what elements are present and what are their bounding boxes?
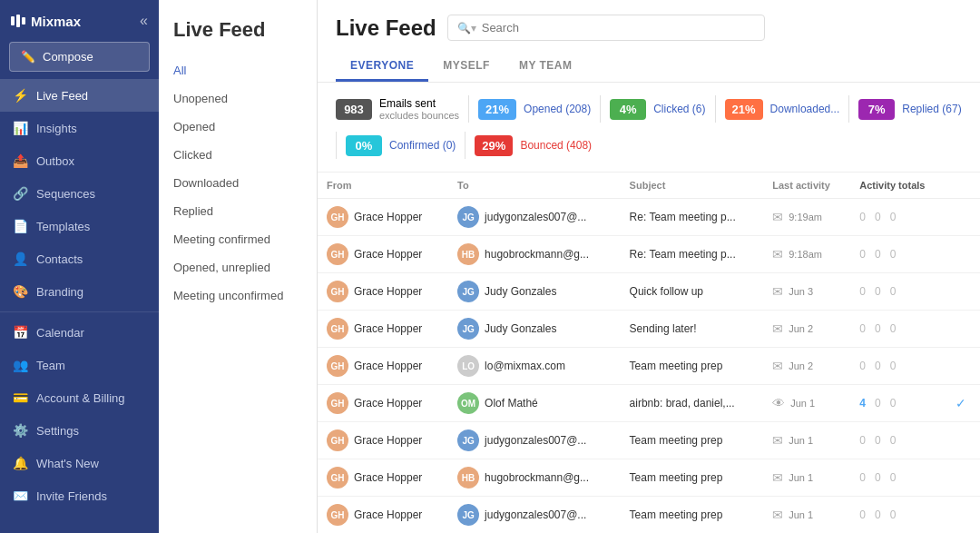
cell-activity-totals: 0 0 0 (850, 199, 946, 236)
table-row[interactable]: GH Grace Hopper LO lo@mixmax.com Team me… (318, 348, 980, 385)
stat-badge-downloaded: 21% (725, 99, 763, 120)
sidebar-logo[interactable]: Mixmax (11, 14, 81, 29)
tabs-row: EVERYONE MYSELF MY TEAM (336, 52, 962, 82)
col-subject: Subject (621, 173, 764, 199)
filter-item-downloaded[interactable]: Downloaded (159, 169, 317, 197)
sidebar-item-calendar[interactable]: 📅 Calendar (0, 316, 159, 349)
sidebar-item-label: Settings (36, 424, 79, 438)
sidebar-collapse-button[interactable]: « (140, 13, 148, 29)
avatar-to: LO (457, 355, 479, 377)
cell-last-activity: ✉ Jun 2 (763, 311, 850, 348)
cell-subject: Team meeting prep (621, 459, 764, 497)
avatar-from: GH (327, 318, 348, 340)
activity-icon: ✉ (772, 321, 783, 336)
activity-n1: 0 (859, 248, 866, 261)
activity-n3: 0 (890, 508, 897, 521)
activity-n3: 0 (890, 285, 897, 298)
filter-item-clicked[interactable]: Clicked (159, 141, 317, 169)
stat-emails-sent: 983 Emails sent excludes bounces (336, 95, 459, 123)
search-input[interactable] (482, 21, 755, 35)
sidebar-item-account-billing[interactable]: 💳 Account & Billing (0, 381, 159, 414)
sidebar-item-whats-new[interactable]: 🔔 What's New (0, 447, 159, 479)
col-extra (946, 173, 980, 199)
sidebar-item-insights[interactable]: 📊 Insights (0, 112, 159, 144)
activity-n3: 0 (890, 434, 897, 447)
filter-item-opened-unreplied[interactable]: Opened, unreplied (159, 253, 317, 281)
cell-from: GH Grace Hopper (318, 273, 448, 311)
stat-sub: excludes bounces (379, 110, 459, 121)
sidebar-item-live-feed[interactable]: ⚡ Live Feed (0, 79, 159, 112)
subject-text: Team meeting prep (630, 471, 723, 484)
sidebar-item-settings[interactable]: ⚙️ Settings (0, 414, 159, 447)
cell-activity-totals: 0 0 0 (850, 497, 946, 534)
outbox-icon: 📤 (13, 153, 27, 168)
activity-n2: 0 (875, 285, 881, 298)
from-name: Grace Hopper (354, 285, 422, 298)
sidebar-item-templates[interactable]: 📄 Templates (0, 210, 159, 242)
branding-icon: 🎨 (13, 284, 27, 299)
to-name: judygonzales007@... (485, 434, 586, 447)
activity-n1: 0 (859, 434, 866, 447)
sidebar-item-branding[interactable]: 🎨 Branding (0, 275, 159, 308)
stat-label-clicked: Clicked (6) (653, 103, 705, 115)
activity-icon: ✉ (772, 359, 783, 373)
to-name: hugobrockmann@g... (485, 471, 589, 484)
from-name: Grace Hopper (354, 360, 422, 372)
subject-text: airbnb: brad, daniel,... (630, 397, 735, 410)
sidebar-item-team[interactable]: 👥 Team (0, 349, 159, 381)
filter-item-unopened[interactable]: Unopened (159, 84, 317, 113)
activity-n1: 0 (859, 471, 866, 484)
stat-divider3 (715, 95, 716, 123)
tab-my-team[interactable]: MY TEAM (505, 52, 587, 82)
compose-button[interactable]: ✏️ Compose (9, 42, 150, 72)
tab-myself[interactable]: MYSELF (428, 52, 505, 82)
activity-time: Jun 2 (789, 360, 813, 371)
stat-badge-confirmed: 0% (346, 135, 382, 156)
col-from: From (318, 173, 448, 199)
filter-item-meeting-confirmed[interactable]: Meeting confirmed (159, 225, 317, 253)
sidebar-item-outbox[interactable]: 📤 Outbox (0, 144, 159, 177)
table-row[interactable]: GH Grace Hopper HB hugobrockmann@g... Re… (318, 236, 980, 273)
activity-n3: 0 (890, 248, 897, 261)
col-activity-totals: Activity totals (850, 173, 946, 199)
cell-last-activity: ✉ Jun 1 (763, 459, 850, 497)
from-name: Grace Hopper (354, 434, 422, 447)
cell-last-activity: ✉ 9:19am (763, 199, 850, 236)
stat-badge-clicked: 4% (610, 99, 646, 120)
table-row[interactable]: GH Grace Hopper JG Judy Gonzales Sending… (318, 311, 980, 348)
compose-label: Compose (43, 50, 93, 64)
table-row[interactable]: GH Grace Hopper JG judygonzales007@... T… (318, 497, 980, 534)
stat-label-downloaded: Downloaded... (770, 103, 840, 115)
activity-icon: ✉ (772, 470, 783, 485)
cell-subject: airbnb: brad, daniel,... (621, 385, 764, 422)
settings-icon: ⚙️ (13, 423, 27, 438)
filter-item-all[interactable]: All (159, 56, 317, 84)
search-box[interactable]: 🔍▾ (447, 15, 765, 41)
activity-n2: 0 (875, 322, 881, 335)
sidebar-item-label: Insights (36, 122, 77, 135)
stat-label-confirmed: Confirmed (0) (389, 139, 456, 152)
filter-item-replied[interactable]: Replied (159, 197, 317, 225)
activity-time: Jun 1 (789, 435, 813, 446)
cell-subject: Team meeting prep (621, 422, 764, 459)
activity-n1: 0 (859, 211, 866, 223)
to-name: Judy Gonzales (485, 285, 556, 298)
sidebar-divider (0, 311, 159, 312)
cell-from: GH Grace Hopper (318, 422, 448, 459)
table-row[interactable]: GH Grace Hopper HB hugobrockmann@g... Te… (318, 459, 980, 497)
table-row[interactable]: GH Grace Hopper OM Olof Mathé airbnb: br… (318, 385, 980, 422)
cell-from: GH Grace Hopper (318, 497, 448, 534)
avatar-from: GH (327, 243, 348, 265)
table-row[interactable]: GH Grace Hopper JG judygonzales007@... R… (318, 199, 980, 236)
subject-text: Team meeting prep (630, 434, 723, 447)
table-row[interactable]: GH Grace Hopper JG Judy Gonzales Quick f… (318, 273, 980, 311)
cell-check (946, 348, 980, 385)
filter-item-opened[interactable]: Opened (159, 113, 317, 141)
tab-everyone[interactable]: EVERYONE (336, 52, 428, 82)
sidebar-item-sequences[interactable]: 🔗 Sequences (0, 177, 159, 210)
filter-item-meeting-unconfirmed[interactable]: Meeting unconfirmed (159, 281, 317, 310)
sidebar-item-contacts[interactable]: 👤 Contacts (0, 242, 159, 275)
table-row[interactable]: GH Grace Hopper JG judygonzales007@... T… (318, 422, 980, 459)
activity-n2: 0 (875, 397, 881, 410)
sidebar-item-invite-friends[interactable]: ✉️ Invite Friends (0, 479, 159, 512)
